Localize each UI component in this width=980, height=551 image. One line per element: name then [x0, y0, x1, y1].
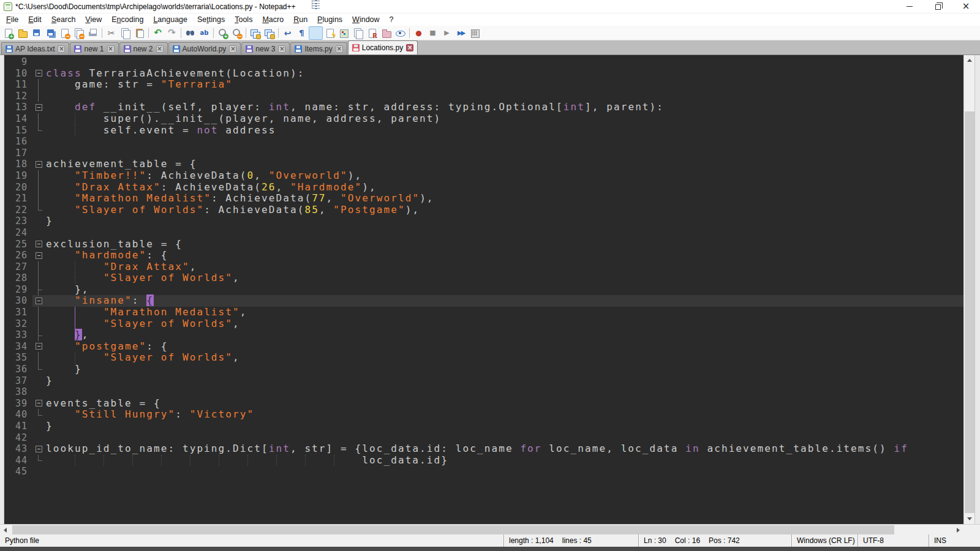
code-text[interactable]: "Marathon Medalist": AchieveData(77, "Ov…	[46, 193, 963, 204]
tab-ap-ideas-txt[interactable]: AP Ideas.txt×	[1, 42, 69, 54]
code-text[interactable]: self.event = not address	[46, 125, 963, 137]
tab-close-icon[interactable]: ×	[58, 45, 65, 53]
line-number[interactable]: 16	[4, 136, 32, 148]
line-number[interactable]: 34	[4, 341, 32, 353]
code-line-current[interactable]: 30 "insane": {	[4, 295, 963, 307]
toolbar-project-panel-button[interactable]	[379, 26, 393, 40]
line-number[interactable]: 26	[4, 250, 32, 261]
toolbar-run-script-button[interactable]: R	[365, 26, 379, 40]
line-number[interactable]: 37	[4, 375, 32, 387]
code-text[interactable]: achievement_table = {	[46, 159, 963, 170]
code-line[interactable]: 13 def __init__(self, player: int, name:…	[4, 102, 963, 113]
line-number[interactable]: 45	[4, 466, 32, 478]
code-line[interactable]: 18achievement_table = {	[4, 159, 963, 170]
tab-new-2[interactable]: new 2×	[119, 42, 168, 54]
code-text[interactable]: lookup_id_to_name: typing.Dict[int, str]…	[46, 443, 963, 455]
code-text[interactable]: loc_data.id}	[46, 455, 963, 467]
horizontal-scrollbar-thumb[interactable]	[12, 525, 894, 534]
toolbar-word-wrap-button[interactable]: ↩	[281, 26, 295, 40]
tab-locations-py[interactable]: Locations.py×	[348, 40, 418, 54]
code-text[interactable]: events_table = {	[46, 398, 963, 410]
code-text[interactable]: }	[46, 364, 963, 375]
code-text[interactable]: "Marathon Medalist",	[46, 307, 963, 318]
code-text[interactable]	[46, 136, 963, 148]
code-text[interactable]	[46, 148, 963, 159]
code-line[interactable]: 31 "Marathon Medalist",	[4, 307, 963, 318]
code-line[interactable]: 24	[4, 227, 963, 239]
vertical-scrollbar-thumb[interactable]	[965, 111, 974, 513]
toolbar-open-file-button[interactable]	[15, 26, 29, 40]
code-line[interactable]: 25exclusion_table = {	[4, 239, 963, 250]
code-area[interactable]: 910class TerrariaAchievement(Location):1…	[4, 55, 963, 524]
tab-close-icon[interactable]: ×	[278, 45, 285, 53]
scroll-left-arrow[interactable]	[0, 525, 10, 535]
toolbar-copy-button[interactable]	[118, 26, 132, 40]
code-text[interactable]: },	[46, 329, 963, 341]
line-number[interactable]: 12	[4, 91, 32, 102]
toolbar-save-all-button[interactable]	[43, 26, 58, 40]
fold-collapse-marker[interactable]	[32, 295, 46, 307]
line-number[interactable]: 20	[4, 182, 32, 193]
code-text[interactable]: },	[46, 284, 963, 296]
toolbar-show-all-characters-button[interactable]: ¶	[295, 26, 309, 40]
toolbar-find-button[interactable]	[183, 26, 197, 40]
tab-items-py[interactable]: Items.py×	[290, 42, 347, 54]
fold-collapse-marker[interactable]	[32, 250, 46, 261]
toolbar-replace-button[interactable]: ab	[197, 26, 211, 40]
tab-close-icon[interactable]: ×	[336, 45, 343, 53]
code-text[interactable]: "Slayer of Worlds": AchieveData(85, "Pos…	[46, 204, 963, 216]
code-text[interactable]: super().__init__(player, name, address, …	[46, 113, 963, 125]
code-line[interactable]: 40 "Still Hungry": "Victory"	[4, 409, 963, 421]
title-bar[interactable]: *C:\Users\Dood\Documents\tmp\Archipelago…	[0, 0, 980, 13]
code-text[interactable]	[46, 227, 963, 239]
line-number[interactable]: 13	[4, 102, 32, 113]
toolbar-macro-record-button[interactable]: ●	[412, 26, 426, 40]
line-number[interactable]: 30	[4, 295, 32, 307]
minimize-button[interactable]	[895, 0, 924, 13]
toolbar-macro-run-multiple-button[interactable]: ▶▶	[454, 26, 468, 40]
code-line[interactable]: 16	[4, 136, 963, 148]
toolbar-close-all-button[interactable]: −	[72, 26, 86, 40]
line-number[interactable]: 23	[4, 216, 32, 227]
code-line[interactable]: 32 "Slayer of Worlds",	[4, 318, 963, 330]
toolbar-undo-button[interactable]: ↶	[151, 26, 165, 40]
code-text[interactable]	[46, 432, 963, 444]
toolbar-redo-button[interactable]: ↷	[165, 26, 179, 40]
toolbar-zoom-out-button[interactable]: −	[230, 26, 244, 40]
menu-view[interactable]: View	[80, 14, 107, 25]
menu-plugins[interactable]: Plugins	[312, 14, 347, 25]
line-number[interactable]: 28	[4, 272, 32, 284]
toolbar-function-list-button[interactable]: ϟ	[323, 26, 337, 40]
status-insert-mode[interactable]: INS	[929, 534, 980, 547]
toolbar-macro-stop-button[interactable]: ■	[426, 26, 440, 40]
code-line[interactable]: 17	[4, 148, 963, 159]
toolbar-document-map-button[interactable]	[337, 26, 351, 40]
code-line[interactable]: 33 },	[4, 329, 963, 341]
menu-macro[interactable]: Macro	[257, 14, 288, 25]
menu-tools[interactable]: Tools	[230, 14, 257, 25]
tab-autoworld-py[interactable]: AutoWorld.py×	[168, 42, 241, 54]
tab-close-icon[interactable]: ×	[229, 45, 236, 53]
code-line[interactable]: 42	[4, 432, 963, 444]
code-text[interactable]: "Still Hungry": "Victory"	[46, 409, 963, 421]
code-line[interactable]: 22 "Slayer of Worlds": AchieveData(85, "…	[4, 204, 963, 216]
line-number[interactable]: 11	[4, 79, 32, 91]
code-line[interactable]: 20 "Drax Attax": AchieveData(26, "Hardmo…	[4, 182, 963, 193]
line-number[interactable]: 22	[4, 204, 32, 216]
tab-new-3[interactable]: new 3×	[241, 42, 290, 54]
menu-encoding[interactable]: Encoding	[107, 14, 148, 25]
code-line[interactable]: 21 "Marathon Medalist": AchieveData(77, …	[4, 193, 963, 204]
code-line[interactable]: 26 "hardmode": {	[4, 250, 963, 261]
code-text[interactable]: "postgame": {	[46, 341, 963, 353]
code-text[interactable]	[46, 56, 963, 68]
code-line[interactable]: 37}	[4, 375, 963, 387]
line-number[interactable]: 21	[4, 193, 32, 204]
line-number[interactable]: 36	[4, 364, 32, 375]
close-button[interactable]: ×	[952, 0, 980, 13]
line-number[interactable]: 31	[4, 307, 32, 318]
code-line[interactable]: 34 "postgame": {	[4, 341, 963, 353]
code-line[interactable]: 23}	[4, 216, 963, 227]
line-number[interactable]: 19	[4, 170, 32, 182]
tab-close-icon[interactable]: ×	[107, 45, 115, 53]
line-number[interactable]: 33	[4, 329, 32, 341]
